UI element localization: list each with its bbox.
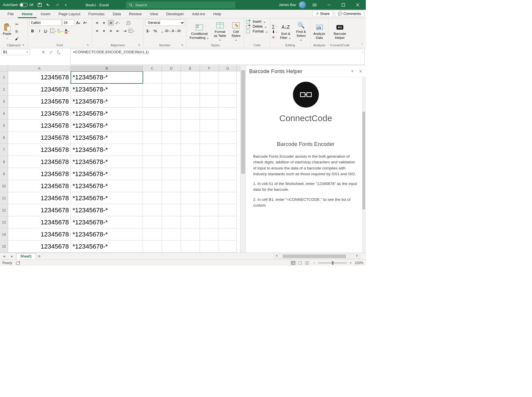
cell-C5[interactable]	[143, 120, 162, 132]
row-header-3[interactable]: 3	[0, 96, 8, 108]
align-middle-icon[interactable]: ≡	[101, 20, 107, 26]
row-header-10[interactable]: 10	[0, 180, 8, 192]
scrollbar-thumb[interactable]	[362, 112, 365, 209]
cell-A11[interactable]: 12345678	[8, 192, 71, 204]
cell-D8[interactable]	[162, 156, 181, 168]
collapse-ribbon-icon[interactable]: ⌃	[361, 43, 363, 46]
sheet-nav-next-icon[interactable]: ►	[8, 254, 16, 258]
cell-F7[interactable]	[200, 144, 219, 156]
tab-review[interactable]: Review	[125, 10, 146, 18]
scroll-right-icon[interactable]: ►	[356, 254, 359, 257]
cell-E7[interactable]	[181, 144, 200, 156]
cell-B7[interactable]: *12345678-*	[71, 144, 143, 156]
cell-E8[interactable]	[181, 156, 200, 168]
cell-D2[interactable]	[162, 83, 181, 96]
analyze-data-button[interactable]: Analyze Data	[312, 22, 326, 41]
cell-C3[interactable]	[143, 96, 162, 108]
cell-F1[interactable]	[200, 71, 219, 83]
cell-E13[interactable]	[181, 216, 200, 228]
qat-customize-icon[interactable]: ▾	[63, 2, 68, 7]
page-break-view-icon[interactable]	[304, 260, 310, 266]
cell-E1[interactable]	[181, 71, 200, 83]
barcode-helper-button[interactable]: Barcode Helper	[330, 22, 350, 41]
cell-E15[interactable]	[181, 241, 200, 253]
row-header-8[interactable]: 8	[0, 156, 8, 168]
cancel-formula-icon[interactable]: ✕	[41, 49, 45, 55]
tab-help[interactable]: Help	[209, 10, 225, 18]
cell-B11[interactable]: *12345678-*	[71, 192, 143, 204]
cell-A6[interactable]: 12345678	[8, 132, 71, 144]
cell-F8[interactable]	[200, 156, 219, 168]
align-right-icon[interactable]: ≡	[108, 28, 114, 34]
format-painter-icon[interactable]: 🖌	[14, 36, 20, 42]
cell-G13[interactable]	[219, 216, 237, 228]
row-header-6[interactable]: 6	[0, 132, 8, 144]
cell-A2[interactable]: 12345678	[8, 83, 71, 96]
cell-D15[interactable]	[162, 241, 181, 253]
cell-G15[interactable]	[219, 241, 237, 253]
cell-B2[interactable]: *12345678-*	[71, 83, 143, 96]
zoom-in-icon[interactable]: +	[350, 261, 352, 265]
cell-E12[interactable]	[181, 204, 200, 216]
wrap-text-icon[interactable]	[126, 20, 132, 26]
cell-D6[interactable]	[162, 132, 181, 144]
tab-page-layout[interactable]: Page Layout	[54, 10, 84, 18]
cell-C6[interactable]	[143, 132, 162, 144]
cell-G1[interactable]	[219, 71, 237, 83]
zoom-level[interactable]: 100%	[355, 261, 363, 265]
cell-A14[interactable]: 12345678	[8, 228, 71, 241]
cell-A1[interactable]: 12345678	[8, 71, 71, 83]
font-color-icon[interactable]: A⌄	[64, 28, 70, 34]
cell-D9[interactable]	[162, 168, 181, 180]
cell-E9[interactable]	[181, 168, 200, 180]
decrease-decimal-icon[interactable]: .0→.00	[173, 28, 179, 34]
expand-formula-bar-icon[interactable]: ⌄	[361, 50, 364, 53]
insert-cells-button[interactable]: Insert ⌄	[246, 20, 268, 24]
align-center-icon[interactable]: ≡	[101, 28, 107, 34]
macro-record-icon[interactable]	[16, 261, 20, 265]
cell-D4[interactable]	[162, 108, 181, 120]
increase-font-icon[interactable]: A▴	[75, 20, 81, 26]
sort-filter-button[interactable]: A↓ZSort & Filter ⌄	[279, 22, 292, 41]
conditional-formatting-button[interactable]: Conditional Formatting ⌄	[188, 22, 210, 41]
close-icon[interactable]	[352, 1, 363, 9]
cell-F3[interactable]	[200, 96, 219, 108]
cell-A7[interactable]: 12345678	[8, 144, 71, 156]
dialog-launcher-icon[interactable]: ⬊	[181, 43, 184, 47]
select-all-corner[interactable]	[0, 66, 8, 71]
save-icon[interactable]	[37, 2, 42, 7]
cell-B9[interactable]: *12345678-*	[71, 168, 143, 180]
row-header-4[interactable]: 4	[0, 108, 8, 120]
undo-icon[interactable]	[46, 2, 51, 7]
search-box[interactable]: Search	[126, 1, 235, 8]
cell-E5[interactable]	[181, 120, 200, 132]
zoom-slider[interactable]	[318, 262, 347, 264]
decrease-font-icon[interactable]: A▾	[82, 20, 88, 26]
cell-E2[interactable]	[181, 83, 200, 96]
cell-F13[interactable]	[200, 216, 219, 228]
task-pane-menu-icon[interactable]: ▼	[351, 70, 354, 73]
orientation-icon[interactable]: ⤢⌄	[115, 20, 121, 26]
cell-G5[interactable]	[219, 120, 237, 132]
cell-A13[interactable]: 12345678	[8, 216, 71, 228]
cell-C14[interactable]	[143, 228, 162, 241]
cut-icon[interactable]: ✂	[14, 21, 20, 28]
cell-G8[interactable]	[219, 156, 237, 168]
cell-F9[interactable]	[200, 168, 219, 180]
task-pane-close-icon[interactable]: ✕	[359, 69, 362, 74]
cell-B10[interactable]: *12345678-*	[71, 180, 143, 192]
col-header-E[interactable]: E	[181, 66, 200, 71]
format-as-table-button[interactable]: Format as Table ⌄	[211, 20, 228, 43]
paste-button[interactable]: Paste⌄	[2, 22, 12, 41]
dialog-launcher-icon[interactable]: ⬊	[137, 43, 141, 47]
merge-center-icon[interactable]: ⌄	[128, 28, 135, 34]
cell-C7[interactable]	[143, 144, 162, 156]
align-bottom-icon[interactable]: ≡	[108, 20, 114, 26]
tab-developer[interactable]: Developer	[162, 10, 188, 18]
clear-icon[interactable]: ◆ ⌄	[272, 35, 278, 39]
cell-B12[interactable]: *12345678-*	[71, 204, 143, 216]
horizontal-scrollbar[interactable]: ◄ ►	[274, 254, 360, 259]
col-header-D[interactable]: D	[162, 66, 181, 71]
sheet-nav-prev-icon[interactable]: ◄	[0, 254, 8, 258]
cell-B5[interactable]: *12345678-*	[71, 120, 143, 132]
